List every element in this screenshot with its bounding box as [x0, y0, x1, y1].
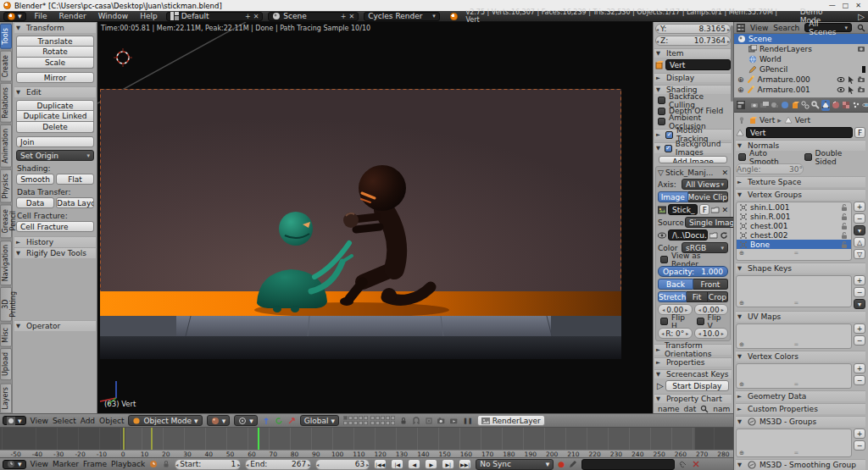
data-button[interactable]: Data: [16, 197, 54, 208]
tool-shelf-tab[interactable]: Create: [0, 51, 12, 82]
layout-add-button[interactable]: +: [245, 13, 251, 20]
panel-header-vertex-colors[interactable]: ▼Vertex Colors: [736, 351, 865, 362]
panel-header-background-images[interactable]: ▼✓Background Images: [654, 142, 732, 153]
panel-header-uv-maps[interactable]: ▼UV Maps: [736, 311, 865, 322]
join-button[interactable]: Join: [16, 136, 94, 147]
vgroup-move-down-button[interactable]: ▽: [854, 249, 865, 259]
menu-render[interactable]: Render: [56, 12, 90, 20]
tool-shelf-tab[interactable]: Animation: [0, 124, 12, 168]
manipulator-scale-icon[interactable]: [287, 417, 296, 425]
selectability-cursor-icon[interactable]: [847, 86, 855, 94]
panel-header-ms3d-smoothing[interactable]: ▼ MS3D - Smoothing Group: [736, 459, 865, 470]
auto-keying-icon[interactable]: [569, 460, 577, 468]
tab-particles[interactable]: [852, 100, 860, 111]
rotation-field[interactable]: ◂R: 0°▸: [658, 328, 693, 339]
renderability-camera-icon[interactable]: [857, 86, 865, 94]
timeline-menu-marker[interactable]: Marker: [53, 460, 79, 468]
set-origin-dropdown[interactable]: Set Origin▾: [16, 150, 94, 161]
lock-icon[interactable]: [840, 203, 849, 212]
panel-header-property-chart[interactable]: ▼Property Chart: [654, 394, 732, 403]
auto-smooth-checkbox[interactable]: Auto Smooth: [736, 152, 800, 162]
jump-to-start-button[interactable]: |◀◀: [374, 459, 387, 469]
panel-header-screencast-keys[interactable]: ▼Screencast Keys: [654, 369, 732, 379]
start-display-button[interactable]: Start Display: [665, 380, 729, 391]
editor-type-button[interactable]: ▾: [3, 12, 26, 21]
renderability-camera-icon[interactable]: [857, 75, 865, 84]
keying-set-field[interactable]: [581, 459, 675, 470]
tool-shelf-tab[interactable]: 3D Printing: [0, 287, 12, 322]
tab-world[interactable]: [781, 100, 789, 111]
floor-plane[interactable]: [100, 291, 621, 318]
current-frame-field[interactable]: ◂ 63▸: [315, 459, 370, 470]
vertex-group-row[interactable]: Bone: [737, 240, 851, 249]
shade-flat-button[interactable]: Flat: [56, 174, 94, 185]
menu-window[interactable]: Window: [95, 12, 132, 20]
play-button[interactable]: ▶: [425, 459, 437, 469]
outliner-item-armature-001[interactable]: ⊕ Armature.001: [734, 85, 868, 95]
jump-to-end-button[interactable]: ▶▶|: [459, 459, 471, 469]
panel-header-shape-keys[interactable]: ▼Shape Keys: [736, 263, 865, 274]
ms3d-remove-button[interactable]: −: [854, 440, 865, 451]
view-as-render-checkbox[interactable]: View as Render: [658, 255, 728, 264]
mesh-name-field[interactable]: Vert: [746, 127, 853, 138]
tab-render[interactable]: [750, 100, 759, 111]
renderlayer-chip[interactable]: RenderLayer: [477, 415, 545, 426]
selectability-cursor-icon[interactable]: [847, 75, 855, 84]
keyframe-marker[interactable]: [123, 428, 125, 450]
view3d-menu-object[interactable]: Object: [99, 417, 124, 425]
menu-file[interactable]: File: [31, 12, 51, 20]
breadcrumb-data-name[interactable]: Vert: [795, 116, 810, 124]
expand-toggle[interactable]: ⊕: [737, 75, 744, 84]
timeline-menu-frame[interactable]: Frame: [83, 460, 107, 468]
vgroup-remove-button[interactable]: −: [854, 213, 865, 224]
mode-dropdown[interactable]: Object Mode▾: [128, 415, 202, 426]
tab-scene[interactable]: [771, 100, 779, 111]
tool-shelf-tab[interactable]: Navigation: [0, 241, 12, 285]
snap-magnet-icon[interactable]: [412, 417, 420, 425]
panel-header-rigify[interactable]: ▼Rigify Dev Tools: [14, 247, 96, 258]
view3d-menu-view[interactable]: View: [31, 417, 48, 425]
rotate-button[interactable]: Rotate: [16, 47, 94, 58]
vgroup-add-button[interactable]: +: [854, 202, 865, 212]
tab-object[interactable]: [791, 100, 799, 111]
crop-toggle[interactable]: Crop: [708, 291, 728, 302]
vertex-group-row[interactable]: shin.R.001: [737, 212, 851, 221]
ambient-occlusion-checkbox[interactable]: Ambient Occlusion: [655, 117, 731, 126]
vcolor-add-button[interactable]: +: [854, 363, 865, 373]
panel-header-ms3d-groups[interactable]: ▼ MS3D - Groups: [736, 416, 865, 427]
size-field[interactable]: ◂10.0▸: [694, 328, 729, 339]
panel-header-display[interactable]: ►Display: [654, 73, 732, 82]
opengl-render-icon[interactable]: [437, 417, 446, 425]
pivot-dropdown[interactable]: ▾: [234, 415, 258, 426]
panel-header-vertex-groups[interactable]: ▼Vertex Groups: [736, 189, 865, 200]
double-sided-checkbox[interactable]: Double Sided: [802, 152, 866, 162]
browse-path-icon[interactable]: [709, 231, 718, 240]
timeline-tracks[interactable]: [0, 428, 733, 450]
breadcrumb-object-name[interactable]: Vert: [760, 116, 775, 124]
auto-smooth-angle-field[interactable]: Angle:30°: [736, 163, 804, 174]
platform[interactable]: [100, 316, 621, 359]
fake-user-button[interactable]: F: [699, 204, 709, 215]
outliner-item-renderlayers[interactable]: RenderLayers: [734, 44, 868, 54]
scale-button[interactable]: Scale: [16, 58, 94, 69]
vertex-group-row[interactable]: chest.002: [737, 230, 851, 240]
back-toggle[interactable]: Back: [658, 279, 693, 290]
front-toggle[interactable]: Front: [693, 279, 728, 290]
tool-shelf-tab[interactable]: Physics: [0, 169, 12, 203]
timeline-editor-type-button[interactable]: ▾: [3, 460, 26, 469]
fit-toggle[interactable]: Fit: [687, 291, 707, 302]
window-duplicate-icon[interactable]: ▷: [858, 12, 865, 21]
viewport-shading-dropdown[interactable]: ▾: [207, 415, 231, 426]
view3d-editor-type-button[interactable]: ▾: [3, 416, 26, 425]
uvmap-remove-button[interactable]: −: [854, 335, 865, 346]
panel-header-history[interactable]: ►History: [14, 236, 96, 247]
opengl-render-anim-icon[interactable]: [450, 417, 459, 425]
lock-icon[interactable]: [840, 231, 849, 240]
add-image-button[interactable]: Add Image: [659, 156, 727, 163]
cell-fracture-button[interactable]: Cell Fracture: [16, 221, 94, 232]
lock-icon[interactable]: [840, 241, 849, 249]
pack-image-icon[interactable]: [658, 231, 666, 240]
translate-button[interactable]: Translate: [16, 36, 94, 47]
tab-object-data[interactable]: [821, 100, 830, 111]
tab-render-layers[interactable]: [760, 100, 769, 111]
